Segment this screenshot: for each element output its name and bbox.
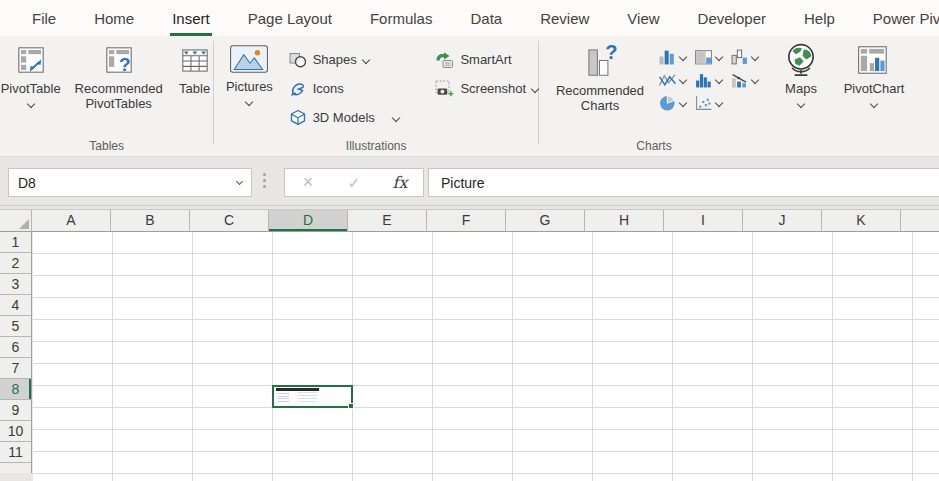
formula-bar-separator-icon <box>263 173 266 188</box>
tab-view[interactable]: View <box>608 0 678 36</box>
column-header-row: ABCDEFGHIJK <box>0 209 939 232</box>
row-header-6[interactable]: 6 <box>0 337 32 358</box>
column-header-J[interactable]: J <box>743 210 822 232</box>
formula-value: Picture <box>441 175 485 191</box>
tables-group-label: Tables <box>0 139 213 153</box>
3d-models-button[interactable]: 3D Models <box>289 103 410 132</box>
insert-pie-or-doughnut-chart-button[interactable] <box>659 94 686 111</box>
tab-power-pivot[interactable]: Power Pivot <box>854 0 939 36</box>
maps-button[interactable]: Maps <box>774 37 828 113</box>
row-headers: 1234567891011 <box>0 232 32 481</box>
tab-developer[interactable]: Developer <box>679 0 785 36</box>
column-header-H[interactable]: H <box>585 210 664 232</box>
chevron-down-icon <box>246 99 252 107</box>
tab-insert[interactable]: Insert <box>153 0 229 36</box>
column-header-B[interactable]: B <box>111 210 190 232</box>
svg-text:?: ? <box>605 42 617 63</box>
insert-combo-chart-button[interactable] <box>731 71 758 88</box>
icons-button[interactable]: Icons <box>289 74 410 103</box>
pivottable-label: PivotTable <box>1 82 61 97</box>
select-all-corner[interactable] <box>0 210 32 232</box>
insert-function-icon[interactable]: fx <box>377 173 423 192</box>
row-header-5[interactable]: 5 <box>0 316 32 337</box>
cells-area[interactable] <box>33 232 939 481</box>
pictures-icon <box>229 42 269 76</box>
recommended-pivottables-button[interactable]: ? Recommended PivotTables <box>67 37 171 111</box>
tab-page-layout[interactable]: Page Layout <box>229 0 351 36</box>
tab-file[interactable]: File <box>13 0 75 36</box>
chevron-down-icon <box>715 52 723 60</box>
formula-bar-buttons: × ✓ fx <box>284 168 424 197</box>
chevron-down-icon <box>679 98 687 106</box>
insert-hierarchy-chart-icon <box>695 49 712 65</box>
row-header-10[interactable]: 10 <box>0 421 32 442</box>
row-header-4[interactable]: 4 <box>0 295 32 316</box>
selected-cell-outline[interactable] <box>272 385 353 408</box>
column-header-K[interactable]: K <box>822 210 901 232</box>
tables-group: PivotTable ? Recommended PivotTables <box>0 36 213 156</box>
column-header-C[interactable]: C <box>190 210 269 232</box>
chevron-down-icon <box>28 101 34 109</box>
picture-content-block <box>278 393 289 402</box>
pivotchart-label: PivotChart <box>844 82 905 97</box>
row-header-7[interactable]: 7 <box>0 358 32 379</box>
row-header-11[interactable]: 11 <box>0 442 32 463</box>
insert-scatter-or-bubble-chart-icon <box>695 95 712 111</box>
cancel-icon[interactable]: × <box>285 172 331 193</box>
icons-icon <box>289 81 307 97</box>
spreadsheet-grid: ABCDEFGHIJK 1234567891011 <box>0 206 939 481</box>
recommended-charts-button[interactable]: ? Recommended Charts <box>549 37 651 113</box>
row-header-9[interactable]: 9 <box>0 400 32 421</box>
chevron-down-icon <box>798 101 804 109</box>
pictures-label: Pictures <box>226 80 273 95</box>
row-header-3[interactable]: 3 <box>0 274 32 295</box>
screenshot-button[interactable]: Screenshot <box>435 74 538 103</box>
smartart-button[interactable]: SmartArt <box>435 45 538 74</box>
table-label: Table <box>179 82 210 97</box>
column-header-E[interactable]: E <box>348 210 427 232</box>
insert-pie-or-doughnut-chart-icon <box>659 95 676 111</box>
tab-formulas[interactable]: Formulas <box>351 0 452 36</box>
tab-home[interactable]: Home <box>75 0 153 36</box>
insert-statistic-chart-button[interactable] <box>695 71 722 88</box>
chevron-down-icon <box>679 75 687 83</box>
formula-input[interactable]: Picture <box>428 168 939 197</box>
enter-icon[interactable]: ✓ <box>331 174 377 192</box>
insert-line-or-area-chart-button[interactable] <box>659 71 686 88</box>
column-header-G[interactable]: G <box>506 210 585 232</box>
column-header-D[interactable]: D <box>269 210 348 232</box>
tab-data[interactable]: Data <box>451 0 521 36</box>
insert-hierarchy-chart-button[interactable] <box>695 48 722 65</box>
column-header-A[interactable]: A <box>32 210 111 232</box>
row-header-2[interactable]: 2 <box>0 253 32 274</box>
insert-column-or-bar-chart-button[interactable] <box>659 48 686 65</box>
pictures-button[interactable]: Pictures <box>220 37 278 132</box>
maps-icon <box>782 42 820 78</box>
icons-label: Icons <box>313 81 344 96</box>
name-box[interactable]: D8 <box>8 168 252 197</box>
table-icon <box>177 42 213 78</box>
pivottable-button[interactable]: PivotTable <box>1 37 61 111</box>
shapes-label: Shapes <box>313 52 357 67</box>
excel-window: File Home Insert Page Layout Formulas Da… <box>0 0 939 481</box>
tab-review[interactable]: Review <box>521 0 608 36</box>
embedded-picture[interactable] <box>276 388 336 404</box>
column-header-I[interactable]: I <box>664 210 743 232</box>
row-header-8[interactable]: 8 <box>0 379 32 400</box>
row-header-1[interactable]: 1 <box>0 232 32 253</box>
shapes-button[interactable]: Shapes <box>289 45 410 74</box>
insert-waterfall-funnel-stock-chart-button[interactable] <box>731 48 758 65</box>
insert-scatter-or-bubble-chart-button[interactable] <box>695 94 722 111</box>
pivotchart-button[interactable]: PivotChart <box>832 37 916 113</box>
3d-models-icon <box>289 109 307 126</box>
recommended-charts-label: Recommended Charts <box>551 84 649 113</box>
column-header-F[interactable]: F <box>427 210 506 232</box>
insert-line-or-area-chart-icon <box>659 72 676 88</box>
ribbon-tab-bar: File Home Insert Page Layout Formulas Da… <box>0 0 939 36</box>
tab-help[interactable]: Help <box>785 0 854 36</box>
name-box-dropdown-icon[interactable] <box>236 177 243 184</box>
fill-handle[interactable] <box>348 403 354 409</box>
insert-ribbon: PivotTable ? Recommended PivotTables <box>0 36 939 157</box>
table-button[interactable]: Table <box>177 37 213 111</box>
maps-label: Maps <box>785 82 817 97</box>
